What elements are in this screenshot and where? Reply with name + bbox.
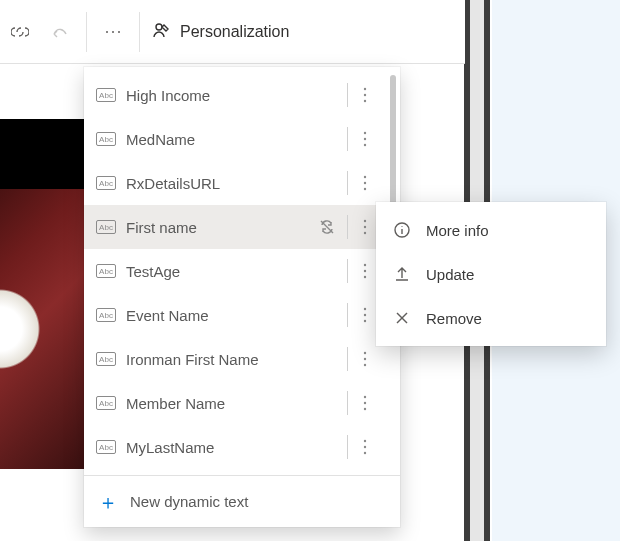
context-menu-remove[interactable]: Remove (376, 296, 606, 340)
item-more-icon[interactable] (356, 351, 374, 367)
item-divider (347, 259, 348, 283)
list-item[interactable]: AbcRxDetailsURL (84, 161, 384, 205)
type-badge: Abc (96, 308, 116, 322)
svg-point-13 (364, 220, 366, 222)
item-divider (347, 391, 348, 415)
svg-point-21 (364, 320, 366, 322)
svg-point-11 (364, 182, 366, 184)
list-item[interactable]: AbcFirst name (84, 205, 384, 249)
item-divider (347, 303, 348, 327)
svg-point-5 (364, 94, 366, 96)
svg-point-17 (364, 270, 366, 272)
list-item[interactable]: AbcMedName (84, 117, 384, 161)
svg-point-9 (364, 144, 366, 146)
svg-point-26 (364, 402, 366, 404)
item-label: MyLastName (126, 439, 343, 456)
item-divider (347, 215, 348, 239)
context-menu-label: Remove (426, 310, 482, 327)
svg-point-27 (364, 408, 366, 410)
item-more-icon[interactable] (356, 131, 374, 147)
item-label: MedName (126, 131, 343, 148)
svg-point-16 (364, 264, 366, 266)
item-label: Event Name (126, 307, 343, 324)
item-label: TestAge (126, 263, 343, 280)
list-item[interactable]: AbcMyLastName (84, 425, 384, 469)
link-icon[interactable] (0, 12, 40, 52)
toolbar-separator (86, 12, 87, 52)
type-badge: Abc (96, 352, 116, 366)
item-more-icon[interactable] (356, 219, 374, 235)
context-menu-label: More info (426, 222, 489, 239)
update-icon (392, 265, 412, 283)
plus-icon: ＋ (98, 492, 118, 512)
svg-point-14 (364, 226, 366, 228)
svg-point-23 (364, 358, 366, 360)
item-divider (347, 127, 348, 151)
svg-point-20 (364, 314, 366, 316)
svg-point-18 (364, 276, 366, 278)
svg-point-1 (112, 31, 114, 33)
item-label: Member Name (126, 395, 343, 412)
footer-label: New dynamic text (130, 493, 248, 510)
item-more-icon[interactable] (356, 395, 374, 411)
info-icon (392, 221, 412, 239)
type-badge: Abc (96, 396, 116, 410)
svg-point-28 (364, 440, 366, 442)
svg-point-22 (364, 352, 366, 354)
svg-point-33 (401, 226, 402, 227)
item-more-icon[interactable] (356, 439, 374, 455)
list-item[interactable]: AbcEvent Name (84, 293, 384, 337)
svg-point-2 (118, 31, 120, 33)
svg-point-25 (364, 396, 366, 398)
item-label: High Income (126, 87, 343, 104)
item-label: RxDetailsURL (126, 175, 343, 192)
item-divider (347, 347, 348, 371)
svg-point-4 (364, 88, 366, 90)
context-menu-label: Update (426, 266, 474, 283)
item-more-icon[interactable] (356, 175, 374, 191)
item-more-icon[interactable] (356, 307, 374, 323)
type-badge: Abc (96, 440, 116, 454)
item-more-icon[interactable] (356, 87, 374, 103)
new-dynamic-text-button[interactable]: ＋ New dynamic text (84, 475, 400, 527)
item-divider (347, 83, 348, 107)
tab-personalization[interactable]: Personalization (152, 21, 289, 43)
type-badge: Abc (96, 264, 116, 278)
type-badge: Abc (96, 88, 116, 102)
svg-point-29 (364, 446, 366, 448)
item-divider (347, 171, 348, 195)
context-menu-info[interactable]: More info (376, 208, 606, 252)
dynamic-text-list: AbcHigh IncomeAbcMedNameAbcRxDetailsURLA… (84, 67, 400, 475)
svg-point-6 (364, 100, 366, 102)
toolbar: Personalization (0, 0, 465, 64)
list-item[interactable]: AbcMember Name (84, 381, 384, 425)
svg-point-12 (364, 188, 366, 190)
type-badge: Abc (96, 132, 116, 146)
svg-point-19 (364, 308, 366, 310)
item-context-menu: More infoUpdateRemove (376, 202, 606, 346)
context-menu-update[interactable]: Update (376, 252, 606, 296)
item-more-icon[interactable] (356, 263, 374, 279)
person-tag-icon (152, 21, 170, 43)
sync-off-icon (319, 219, 335, 235)
remove-icon (392, 310, 412, 326)
svg-point-30 (364, 452, 366, 454)
item-label: First name (126, 219, 319, 236)
type-badge: Abc (96, 220, 116, 234)
personalization-panel: AbcHigh IncomeAbcMedNameAbcRxDetailsURLA… (84, 67, 400, 527)
list-item[interactable]: AbcHigh Income (84, 73, 384, 117)
svg-point-0 (106, 31, 108, 33)
svg-point-8 (364, 138, 366, 140)
more-icon[interactable] (93, 12, 133, 52)
svg-point-15 (364, 232, 366, 234)
svg-point-7 (364, 132, 366, 134)
item-label: Ironman First Name (126, 351, 343, 368)
item-divider (347, 435, 348, 459)
canvas-background (0, 119, 84, 469)
list-item[interactable]: AbcIronman First Name (84, 337, 384, 381)
list-item[interactable]: AbcTestAge (84, 249, 384, 293)
svg-point-10 (364, 176, 366, 178)
toolbar-separator (139, 12, 140, 52)
reply-icon[interactable] (40, 12, 80, 52)
svg-point-24 (364, 364, 366, 366)
